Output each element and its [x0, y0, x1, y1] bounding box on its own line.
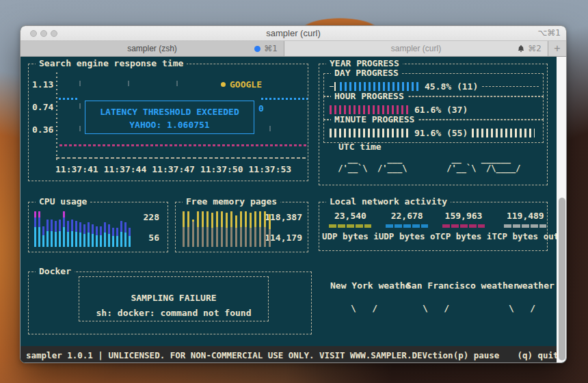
weather-ascii-art: \ /: [509, 303, 535, 313]
tab-sampler-curl[interactable]: sampler (curl) ⌘2: [284, 41, 548, 56]
x-tick: 11:37:41: [55, 164, 98, 174]
network-label: TCP bytes out: [492, 231, 559, 241]
failure-line2: sh: docker: command not found: [79, 306, 268, 321]
tab-label: sampler (curl): [391, 44, 441, 53]
network-underline: [329, 224, 371, 228]
gauge-value: 45.8% (11): [425, 81, 478, 92]
box-title: Docker: [36, 266, 75, 276]
license-text: sampler 1.0.1 | UNLICENSED. FOR NON-COMM…: [26, 350, 453, 360]
x-axis: [56, 157, 308, 159]
tab-label: sampler (zsh): [127, 44, 177, 53]
legend-dot-icon: [221, 82, 226, 87]
weather-ascii-art: \ /: [351, 303, 377, 313]
title-bar: sampler (curl) ⌥⌘1: [21, 26, 566, 41]
new-tab-button[interactable]: +: [548, 41, 566, 56]
cpu-max-value: 228: [144, 212, 159, 222]
bell-icon: [518, 45, 524, 53]
weather-third-label: weather: [517, 280, 554, 291]
scrollbar-thumb[interactable]: [559, 198, 565, 360]
gauge-title: HOUR PROGRESS: [331, 91, 407, 101]
weather-newyork-label: New York weathe: [330, 280, 410, 291]
network-underline: [386, 224, 428, 228]
box-title: YEAR PROGRESS: [326, 58, 403, 68]
window-title: sampler (curl): [21, 28, 566, 38]
scrollbar-track[interactable]: [557, 57, 567, 363]
tab-shortcut: ⌘2: [528, 44, 542, 53]
chart-title: Free memory pages: [183, 196, 280, 207]
gauge-title: DAY PROGRESS: [331, 68, 402, 78]
terminal-window: sampler (curl) ⌥⌘1 sampler (zsh) ⌘1 samp…: [20, 25, 567, 363]
cpu-bars: [34, 211, 131, 247]
terminal-screen: Search engine response time 1.13 0.74 0.…: [21, 57, 567, 363]
yahoo-series-line: [59, 144, 308, 146]
sampler-dashboard: Search engine response time 1.13 0.74 0.…: [21, 57, 557, 363]
network-column: 22,678 UDP bytes o: [379, 211, 436, 241]
legend-google: GOOGLE: [221, 79, 262, 90]
pause-hint: (p) pause: [453, 350, 500, 360]
chart-title: Search engine response time: [36, 58, 187, 68]
y-tick: 0.74: [32, 102, 53, 112]
network-activity-box: Local network activity 23,540 UDP bytes …: [319, 202, 548, 251]
gauge-bars: [330, 105, 410, 114]
year-progress-box: YEAR PROGRESS DAY PROGRESS 45.8% (11) HO…: [319, 64, 548, 185]
time-axis-labels: 11:37:41 11:37:44 11:37:47 11:37:50 11:3…: [55, 164, 291, 174]
status-bar: sampler 1.0.1 | UNLICENSED. FOR NON-COMM…: [21, 346, 557, 363]
network-value: 159,963: [445, 211, 483, 222]
quit-hint: (q) quit: [517, 350, 558, 360]
weather-ascii-art: \ /: [423, 303, 449, 313]
network-column: 23,540 UDP bytes i: [322, 211, 379, 241]
utc-ascii-art-line1: __ ___ __ ______: [333, 154, 511, 163]
gauge-tail: [472, 129, 535, 137]
y-tick: 1.13: [32, 79, 53, 90]
cpu-usage-chart: CPU usage 228 56: [28, 202, 168, 252]
x-tick: 11:37:50: [200, 164, 243, 174]
x-tick: 11:37:44: [104, 164, 147, 174]
network-label: UDP bytes i: [322, 231, 379, 241]
utc-time-label: UTC time: [338, 142, 382, 152]
gauge-value: 91.6% (55): [414, 128, 468, 138]
latency-alert: LATENCY THRESHOLD EXCEEDED YAHOO: 1.0607…: [85, 101, 254, 134]
memory-bars: [183, 211, 271, 247]
cpu-min-value: 56: [148, 233, 159, 243]
tab-sampler-zsh[interactable]: sampler (zsh) ⌘1: [21, 41, 284, 56]
window-shortcut: ⌥⌘1: [538, 28, 561, 38]
chart-title: CPU usage: [36, 196, 90, 207]
gauge-bars: [330, 129, 410, 137]
desktop-wallpaper: sampler (curl) ⌥⌘1 sampler (zsh) ⌘1 samp…: [0, 0, 588, 383]
alert-line2: YAHOO: 1.060751: [85, 118, 254, 131]
partial-value: 0: [258, 103, 264, 114]
network-column: 159,963 TCP bytes i: [436, 211, 492, 241]
docker-sampling-failure: SAMPLING FAILURE sh: docker: command not…: [79, 276, 269, 321]
network-value: 22,678: [391, 211, 423, 222]
google-series-segment: [261, 98, 308, 100]
network-underline: [504, 224, 546, 228]
gauge-title: MINUTE PROGRESS: [331, 114, 418, 124]
tab-shortcut: ⌘1: [264, 44, 278, 53]
search-response-chart: Search engine response time 1.13 0.74 0.…: [28, 64, 308, 181]
network-column: 119,489 TCP bytes out: [492, 211, 559, 241]
activity-dot-icon: [254, 46, 260, 52]
network-underline: [442, 224, 485, 228]
docker-box: Docker SAMPLING FAILURE sh: docker: comm…: [28, 272, 312, 334]
network-label: UDP bytes o: [379, 231, 436, 241]
network-value: 119,489: [507, 211, 544, 222]
alert-line1: LATENCY THRESHOLD EXCEEDED: [85, 105, 254, 118]
box-title: Local network activity: [326, 196, 451, 207]
weather-sanfrancisco-label: San Francisco weather: [406, 280, 518, 291]
legend-label: GOOGLE: [230, 79, 262, 90]
gauge-lead-tick: [330, 82, 336, 91]
free-memory-chart: Free memory pages 118,387 114,179: [175, 202, 308, 252]
y-axis: [56, 72, 57, 160]
gauge-tail: [482, 86, 539, 87]
gauge-tail: [472, 105, 539, 114]
x-tick: 11:37:47: [152, 164, 195, 174]
gauge-value: 61.6% (37): [414, 105, 468, 115]
utc-ascii-art-line2: /'__`\ /'___\ /'__`\ /\____/: [333, 163, 521, 173]
minute-progress-gauge: MINUTE PROGRESS 91.6% (55): [323, 120, 544, 143]
network-label: TCP bytes i: [436, 231, 492, 241]
google-series-segment: [59, 98, 79, 100]
network-value: 23,540: [334, 211, 366, 222]
y-tick: 0.36: [32, 124, 53, 135]
tab-bar: sampler (zsh) ⌘1 sampler (curl) ⌘2 +: [21, 41, 566, 57]
gauge-bars: [340, 82, 420, 91]
